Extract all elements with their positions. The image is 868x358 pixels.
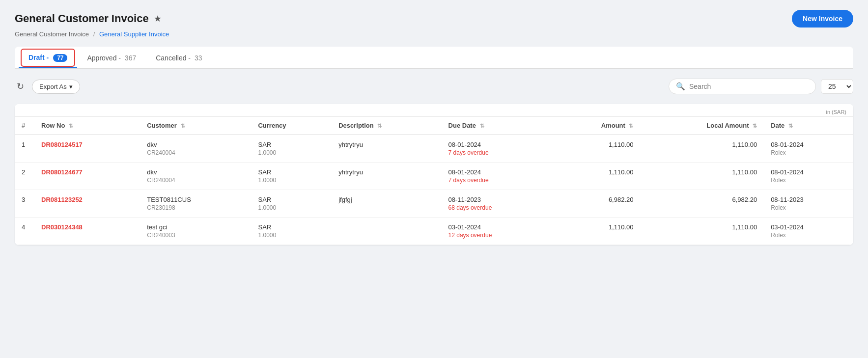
tab-approved[interactable]: Approved - 367: [77, 47, 146, 68]
star-icon[interactable]: ★: [154, 13, 162, 24]
currency-code: SAR: [258, 196, 325, 203]
tab-draft[interactable]: Draft - 77: [19, 47, 77, 68]
customer-name: dkv: [147, 168, 244, 176]
cell-description: [332, 218, 441, 245]
currency-code: SAR: [258, 168, 325, 176]
cell-amount: 6,982.20: [552, 190, 640, 218]
customer-cr: CR240004: [147, 177, 244, 184]
export-label: Export As: [39, 83, 67, 90]
export-chevron-icon: ▾: [69, 83, 73, 90]
cell-row-no: DR081123252: [34, 190, 140, 218]
sort-icon-date: ⇅: [788, 123, 793, 129]
overdue-text: 12 days overdue: [448, 232, 545, 239]
col-customer[interactable]: Customer ⇅: [140, 116, 251, 135]
invoice-table: in (SAR) # Row No ⇅ Customer ⇅ Currency …: [15, 104, 853, 245]
date-sub: Rolex: [771, 204, 846, 211]
row-no-link[interactable]: DR080124517: [41, 141, 83, 148]
date-value: 03-01-2024: [771, 223, 846, 231]
cell-row-no: DR080124517: [34, 135, 140, 163]
cell-due-date: 08-01-2024 7 days overdue: [442, 135, 552, 163]
cell-due-date: 08-01-2024 7 days overdue: [442, 163, 552, 190]
cell-date: 08-01-2024 Rolex: [764, 135, 853, 163]
table-row: 1 DR080124517 dkv CR240004 SAR 1.0000 yh…: [15, 135, 853, 163]
currency-rate: 1.0000: [258, 149, 325, 156]
cell-amount: 1,110.00: [552, 218, 640, 245]
customer-name: test gci: [147, 223, 244, 231]
cell-amount: 1,110.00: [552, 135, 640, 163]
sort-icon-row-no: ⇅: [69, 123, 73, 129]
cell-num: 1: [15, 135, 34, 163]
customer-cr: CR240004: [147, 149, 244, 156]
breadcrumb-current: General Customer Invoice: [15, 30, 89, 38]
toolbar-right: 🔍 25 50 100: [669, 79, 853, 94]
cell-date: 03-01-2024 Rolex: [764, 218, 853, 245]
col-date[interactable]: Date ⇅: [764, 116, 853, 135]
cell-date: 08-11-2023 Rolex: [764, 190, 853, 218]
cell-description: yhtrytryu: [332, 163, 441, 190]
col-hash: #: [15, 116, 34, 135]
search-box: 🔍: [669, 79, 816, 94]
row-no-link[interactable]: DR030124348: [41, 223, 83, 231]
cell-due-date: 03-01-2024 12 days overdue: [442, 218, 552, 245]
row-no-link[interactable]: DR080124677: [41, 168, 83, 176]
sort-icon-due-date: ⇅: [480, 123, 484, 129]
cell-row-no: DR030124348: [34, 218, 140, 245]
currency-code: SAR: [258, 141, 325, 148]
tab-draft-label: Draft -: [28, 54, 51, 61]
customer-name: TEST0811CUS: [147, 196, 244, 203]
overdue-text: 68 days overdue: [448, 204, 545, 211]
cell-customer: test gci CR240003: [140, 218, 251, 245]
row-no-link[interactable]: DR081123252: [41, 196, 83, 203]
export-button[interactable]: Export As ▾: [32, 80, 80, 94]
cell-currency: SAR 1.0000: [251, 135, 332, 163]
breadcrumb-link[interactable]: General Supplier Invoice: [99, 30, 169, 38]
sort-icon-local-amount: ⇅: [753, 123, 757, 129]
col-due-date[interactable]: Due Date ⇅: [442, 116, 552, 135]
per-page-select[interactable]: 25 50 100: [821, 79, 853, 94]
cell-local-amount: 1,110.00: [640, 163, 764, 190]
col-amount[interactable]: Amount ⇅: [552, 116, 640, 135]
tab-approved-count: 367: [125, 54, 136, 62]
tab-cancelled-count: 33: [195, 54, 202, 62]
cell-currency: SAR 1.0000: [251, 163, 332, 190]
date-sub: Rolex: [771, 177, 846, 184]
sort-icon-customer: ⇅: [181, 123, 185, 129]
cell-num: 3: [15, 190, 34, 218]
breadcrumb: General Customer Invoice / General Suppl…: [15, 30, 853, 38]
tabs-bar: Draft - 77 Approved - 367 Cancelled - 33: [15, 47, 853, 69]
tab-approved-label: Approved -: [87, 54, 122, 62]
cell-amount: 1,110.00: [552, 163, 640, 190]
new-invoice-button[interactable]: New Invoice: [792, 10, 853, 28]
cell-local-amount: 1,110.00: [640, 218, 764, 245]
cell-customer: dkv CR240004: [140, 163, 251, 190]
tab-cancelled[interactable]: Cancelled - 33: [146, 47, 212, 68]
search-input[interactable]: [689, 83, 809, 90]
cell-description: yhtrytryu: [332, 135, 441, 163]
due-date-value: 08-11-2023: [448, 196, 545, 203]
col-currency: Currency: [251, 116, 332, 135]
cell-num: 2: [15, 163, 34, 190]
table-row: 3 DR081123252 TEST0811CUS CR230198 SAR 1…: [15, 190, 853, 218]
date-value: 08-11-2023: [771, 196, 846, 203]
cell-local-amount: 6,982.20: [640, 190, 764, 218]
col-description[interactable]: Description ⇅: [332, 116, 441, 135]
cell-customer: dkv CR240004: [140, 135, 251, 163]
customer-name: dkv: [147, 141, 244, 148]
cell-description: jfgfgj: [332, 190, 441, 218]
due-date-value: 08-01-2024: [448, 168, 545, 176]
col-row-no[interactable]: Row No ⇅: [34, 116, 140, 135]
customer-cr: CR240003: [147, 232, 244, 239]
breadcrumb-separator: /: [93, 30, 95, 38]
in-sar-label: in (SAR): [640, 104, 853, 116]
currency-rate: 1.0000: [258, 232, 325, 239]
cell-row-no: DR080124677: [34, 163, 140, 190]
toolbar: ↻ Export As ▾ 🔍 25 50 100: [15, 77, 853, 96]
col-local-amount[interactable]: Local Amount ⇅: [640, 116, 764, 135]
date-sub: Rolex: [771, 232, 846, 239]
cell-currency: SAR 1.0000: [251, 190, 332, 218]
refresh-button[interactable]: ↻: [15, 79, 26, 94]
due-date-value: 03-01-2024: [448, 223, 545, 231]
customer-cr: CR230198: [147, 204, 244, 211]
date-sub: Rolex: [771, 149, 846, 156]
tab-cancelled-label: Cancelled -: [156, 54, 193, 62]
